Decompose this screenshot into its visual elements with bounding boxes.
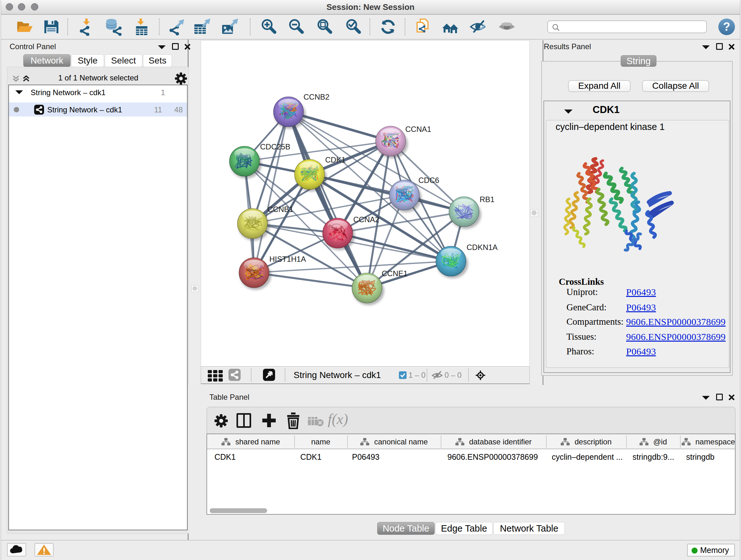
svg-text:CDC6: CDC6 xyxy=(418,176,439,185)
svg-text:CCNB1: CCNB1 xyxy=(267,205,293,213)
svg-text:CCNE1: CCNE1 xyxy=(382,269,408,278)
svg-text:CDC25B: CDC25B xyxy=(260,142,290,151)
svg-text:HIST1H1A: HIST1H1A xyxy=(269,255,306,263)
svg-text:CCNA2: CCNA2 xyxy=(353,215,379,224)
svg-text:CDKN1A: CDKN1A xyxy=(467,243,497,252)
svg-text:CCNB2: CCNB2 xyxy=(304,92,329,101)
svg-text:RB1: RB1 xyxy=(480,195,495,204)
svg-text:CDK1: CDK1 xyxy=(325,155,346,164)
svg-text:CCNA1: CCNA1 xyxy=(405,125,431,133)
